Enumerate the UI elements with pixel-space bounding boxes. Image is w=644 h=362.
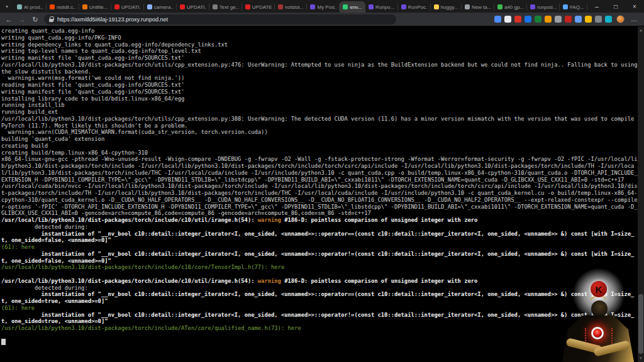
browser-tab[interactable]: huggy... bbox=[431, 1, 462, 13]
tab-strip: Ai prod...reddit.c...Untitle...UPDATI...… bbox=[14, 0, 587, 13]
browser-titlebar: ▾ Ai prod...reddit.c...Untitle...UPDATI.… bbox=[0, 0, 644, 13]
browser-tab[interactable]: FAQ... bbox=[560, 1, 587, 13]
refresh-icon[interactable]: ↻ bbox=[31, 13, 40, 26]
extension-icon[interactable] bbox=[545, 16, 552, 23]
tab-favicon-icon bbox=[401, 4, 406, 9]
terminal-text: detected during: bbox=[1, 285, 88, 291]
extension-icon[interactable] bbox=[525, 16, 531, 23]
browser-tab[interactable]: notstoi... bbox=[275, 1, 308, 13]
terminal-text: instantiation of "__nv_bool c10::detail:… bbox=[1, 231, 634, 244]
browser-tab[interactable]: UPDATI... bbox=[111, 1, 144, 13]
url-text[interactable]: https://axmitld5ii6laj-19123.proxy.runpo… bbox=[57, 16, 168, 23]
terminal-line: warnings.warn(CUDA_MISMATCH_WARN.format(… bbox=[1, 129, 638, 136]
tab-favicon-icon bbox=[245, 4, 250, 9]
browser-tab[interactable]: Runpo... bbox=[365, 1, 398, 13]
tab-label: UPDATI... bbox=[187, 4, 206, 10]
terminal-text: detected during: bbox=[1, 224, 88, 230]
profile-avatar[interactable] bbox=[616, 15, 625, 23]
tab-actions-icon[interactable]: ▾ bbox=[0, 0, 14, 13]
terminal-line: (61): here bbox=[1, 305, 638, 312]
browser-tab-active[interactable]: env... bbox=[340, 1, 365, 13]
terminal-text: writing manifest file 'quant_cuda.egg-in… bbox=[1, 89, 184, 95]
window-controls: – □ × bbox=[587, 0, 644, 13]
terminal-line: (61): here bbox=[1, 244, 638, 251]
terminal-text: /usr/local/lib/python3.10/dist-packages/… bbox=[1, 278, 258, 284]
terminal-text: instantiation of "__nv_bool c10::detail:… bbox=[1, 251, 634, 264]
extension-icon[interactable] bbox=[504, 16, 511, 23]
minimize-button[interactable]: – bbox=[587, 0, 606, 13]
back-icon[interactable]: ← bbox=[4, 13, 13, 26]
terminal-line: installing library code to build/bdist.l… bbox=[1, 96, 638, 102]
terminal-output[interactable]: creating quant_cuda.egg-infowriting quan… bbox=[0, 26, 638, 362]
scroll-down-icon[interactable]: ▼ bbox=[638, 354, 644, 362]
terminal-text: /usr/local/cuda/bin/nvcc -I/usr/local/li… bbox=[1, 183, 638, 216]
terminal-line: instantiation of "__nv_bool c10::detail:… bbox=[1, 312, 638, 326]
terminal-line: instantiation of "__nv_bool c10::detail:… bbox=[1, 231, 638, 244]
extension-icon[interactable] bbox=[555, 16, 562, 23]
extension-icon[interactable] bbox=[494, 16, 501, 23]
browser-tab[interactable]: UPDATE... bbox=[242, 1, 275, 13]
address-bar[interactable]: https://axmitld5ii6laj-19123.proxy.runpo… bbox=[44, 14, 396, 25]
extension-icon[interactable] bbox=[585, 16, 592, 23]
extension-icon[interactable] bbox=[535, 16, 541, 23]
extension-icon[interactable] bbox=[514, 16, 521, 23]
terminal-text: running build_ext bbox=[1, 109, 58, 115]
terminal-line: /usr/local/lib/python3.10/dist-packages/… bbox=[1, 278, 638, 285]
terminal-line: /usr/local/lib/python3.10/dist-packages/… bbox=[1, 116, 638, 129]
tab-favicon-icon bbox=[50, 4, 55, 9]
tab-label: RunPoc... bbox=[408, 4, 428, 10]
terminal-text: running install_lib bbox=[1, 102, 65, 108]
tab-label: runpod... bbox=[537, 4, 557, 10]
tab-favicon-icon bbox=[147, 4, 152, 9]
tab-favicon-icon bbox=[343, 4, 348, 9]
terminal-text: /usr/local/lib/python3.10/dist-packages/… bbox=[1, 217, 258, 223]
terminal-line: /usr/local/lib/python3.10/dist-packages/… bbox=[1, 325, 638, 332]
terminal-text: instantiation of "__nv_bool c10::detail:… bbox=[1, 312, 634, 325]
terminal-line: x86_64-linux-gnu-gcc -pthread -Wno-unuse… bbox=[1, 156, 638, 183]
terminal-text: warning bbox=[258, 217, 281, 223]
terminal-line: building 'quant_cuda' extension bbox=[1, 136, 638, 143]
forward-icon[interactable]: → bbox=[18, 13, 26, 26]
browser-tab[interactable]: a40 gp... bbox=[494, 1, 527, 13]
tab-label: Untitle... bbox=[89, 4, 108, 10]
browser-tab[interactable]: runpod... bbox=[527, 1, 560, 13]
terminal-line: creating build bbox=[1, 143, 638, 150]
terminal-text: writing top-level names to quant_cuda.eg… bbox=[1, 48, 201, 54]
terminal-text: #186-D: pointless comparison of unsigned… bbox=[281, 278, 477, 284]
browser-tab[interactable]: New ta... bbox=[462, 1, 494, 13]
browser-tab[interactable]: Ai prod... bbox=[14, 1, 47, 13]
maximize-button[interactable]: □ bbox=[606, 0, 625, 13]
browser-tab[interactable]: Untitle... bbox=[79, 1, 111, 13]
extension-icon[interactable] bbox=[575, 16, 582, 23]
terminal-line: /usr/local/cuda/bin/nvcc -I/usr/local/li… bbox=[1, 183, 638, 217]
terminal-text: /usr/local/lib/python3.10/dist-packages/… bbox=[1, 264, 284, 270]
tab-favicon-icon bbox=[563, 4, 568, 9]
terminal-line: writing quant_cuda.egg-info/PKG-INFO bbox=[1, 35, 638, 41]
close-button[interactable]: × bbox=[625, 0, 644, 13]
tab-favicon-icon bbox=[278, 4, 283, 9]
browser-tab[interactable]: RunPoc... bbox=[398, 1, 431, 13]
terminal-text: writing quant_cuda.egg-info/PKG-INFO bbox=[1, 35, 121, 41]
terminal-line: reading manifest file 'quant_cuda.egg-in… bbox=[1, 82, 638, 89]
scrollbar-track[interactable]: ▲ ▼ bbox=[638, 26, 644, 362]
browser-tab[interactable]: camera... bbox=[144, 1, 177, 13]
browser-tab[interactable]: reddit.c... bbox=[47, 1, 79, 13]
browser-menu-icon[interactable]: … bbox=[629, 16, 640, 23]
extension-icon[interactable] bbox=[565, 16, 572, 23]
extension-icon[interactable] bbox=[605, 16, 612, 23]
tab-favicon-icon bbox=[530, 4, 535, 9]
tab-favicon-icon bbox=[434, 4, 439, 9]
browser-tab[interactable]: UPDATI... bbox=[177, 1, 209, 13]
terminal-text: warnings.warn(msg.format('we could not f… bbox=[1, 75, 184, 81]
scrollbar-thumb[interactable] bbox=[638, 294, 643, 354]
lock-icon bbox=[49, 16, 53, 22]
terminal-text: x86_64-linux-gnu-gcc -pthread -Wno-unuse… bbox=[1, 156, 638, 182]
browser-tab[interactable]: Text ge... bbox=[209, 1, 242, 13]
terminal-text: warnings.warn(CUDA_MISMATCH_WARN.format(… bbox=[1, 129, 268, 135]
tab-favicon-icon bbox=[213, 4, 218, 9]
tab-favicon-icon bbox=[114, 4, 119, 9]
browser-tab[interactable]: My Pod... bbox=[307, 1, 340, 13]
extension-icon[interactable] bbox=[595, 16, 602, 23]
terminal-line: instantiation of "__nv_bool c10::detail:… bbox=[1, 291, 638, 305]
scroll-up-icon[interactable]: ▲ bbox=[638, 26, 644, 34]
